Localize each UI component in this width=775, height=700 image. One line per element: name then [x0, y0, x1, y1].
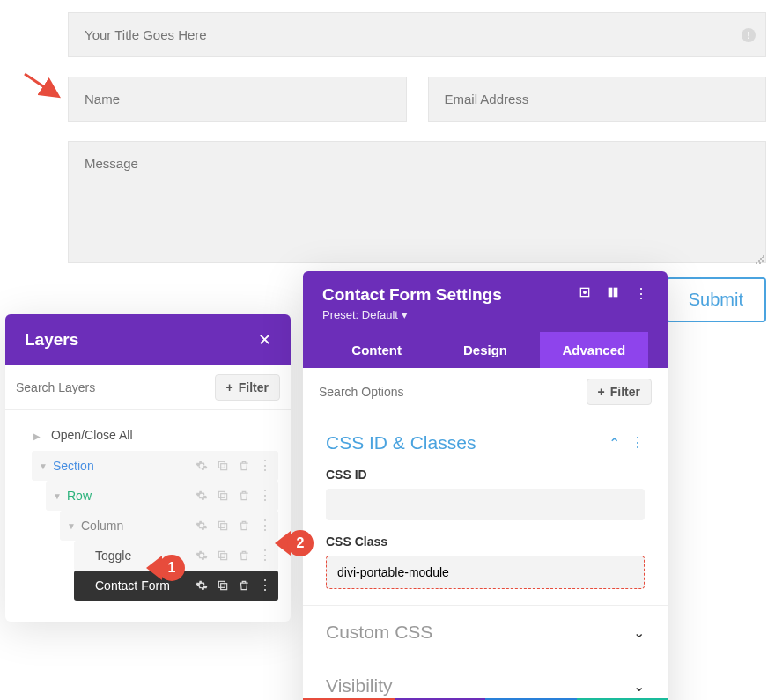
svg-rect-5 [221, 524, 227, 530]
settings-filter-button[interactable]: + Filter [587, 379, 652, 405]
svg-rect-8 [218, 551, 225, 557]
svg-rect-7 [221, 554, 227, 560]
svg-rect-10 [218, 581, 225, 587]
name-field[interactable] [68, 77, 407, 122]
plus-icon: + [598, 385, 605, 399]
custom-css-section[interactable]: Custom CSS ⌄ [303, 606, 668, 659]
title-field[interactable] [68, 12, 766, 57]
gear-icon[interactable] [196, 490, 208, 502]
layers-title: Layers [25, 330, 78, 350]
css-id-label: CSS ID [326, 468, 645, 482]
svg-rect-13 [609, 288, 613, 298]
css-id-classes-section: CSS ID & Classes ⌃ CSS ID CSS Class [303, 416, 668, 606]
duplicate-icon[interactable] [217, 579, 229, 592]
settings-title: Contact Form Settings [322, 285, 502, 305]
tree-label: Column [81, 519, 196, 533]
chevron-down-icon: ▼ [53, 491, 62, 501]
expand-icon[interactable] [578, 285, 592, 303]
resize-handle-icon[interactable] [755, 255, 764, 264]
plus-icon: + [226, 380, 233, 394]
more-icon[interactable] [631, 435, 645, 451]
open-close-all[interactable]: ▶ Open/Close All [12, 419, 284, 451]
section-title: Visibility [326, 675, 392, 696]
callout-1: 1 [146, 555, 185, 581]
tab-advanced[interactable]: Advanced [540, 332, 648, 368]
svg-rect-6 [218, 521, 225, 527]
svg-rect-1 [221, 464, 227, 470]
preset-selector[interactable]: Preset: Default ▾ [322, 308, 648, 321]
trash-icon[interactable] [238, 490, 250, 502]
svg-rect-9 [221, 584, 227, 590]
message-field[interactable] [68, 141, 766, 263]
css-id-input[interactable] [326, 489, 645, 520]
duplicate-icon[interactable] [217, 519, 229, 532]
chevron-up-icon[interactable]: ⌃ [609, 435, 620, 452]
duplicate-icon[interactable] [217, 460, 229, 472]
svg-rect-3 [221, 494, 227, 500]
more-icon[interactable] [259, 524, 271, 527]
section-title: Custom CSS [326, 622, 432, 643]
svg-rect-2 [218, 461, 225, 468]
info-icon: ! [742, 28, 756, 42]
more-icon[interactable] [634, 286, 648, 302]
trash-icon[interactable] [238, 519, 250, 532]
tree-label: Section [53, 459, 196, 473]
filter-label: Filter [239, 380, 269, 394]
more-icon[interactable] [259, 554, 271, 557]
tree-row-row[interactable]: ▼ Row [46, 481, 278, 511]
annotation-arrow-icon [21, 70, 65, 106]
section-title: CSS ID & Classes [326, 432, 476, 453]
css-class-input[interactable] [326, 556, 645, 589]
settings-panel: Contact Form Settings Preset: Default ▾ … [303, 271, 668, 700]
tree-row-column[interactable]: ▼ Column [60, 511, 278, 541]
svg-rect-4 [218, 491, 225, 497]
chevron-down-icon: ▼ [39, 461, 48, 471]
callout-2: 2 [275, 530, 314, 556]
visibility-section[interactable]: Visibility ⌄ [303, 659, 668, 698]
email-field[interactable] [428, 77, 767, 122]
svg-point-12 [584, 291, 587, 294]
svg-rect-14 [614, 288, 618, 298]
gear-icon[interactable] [196, 519, 208, 532]
chevron-down-icon[interactable]: ⌄ [633, 678, 645, 695]
settings-search-input[interactable] [319, 385, 587, 399]
duplicate-icon[interactable] [217, 490, 229, 502]
close-icon[interactable]: ✕ [258, 330, 271, 350]
tree-label: Row [67, 489, 196, 503]
svg-line-0 [25, 74, 56, 95]
callout-badge: 2 [287, 530, 314, 556]
trash-icon[interactable] [238, 460, 250, 472]
trash-icon[interactable] [238, 579, 250, 592]
tab-design[interactable]: Design [431, 332, 539, 368]
layers-search-input[interactable] [16, 380, 215, 394]
tab-content[interactable]: Content [322, 332, 431, 368]
more-icon[interactable] [259, 494, 271, 497]
css-class-label: CSS Class [326, 534, 645, 549]
gear-icon[interactable] [196, 579, 208, 592]
trash-icon[interactable] [238, 549, 250, 562]
chevron-down-icon[interactable]: ⌄ [633, 624, 645, 641]
duplicate-icon[interactable] [217, 549, 229, 562]
gear-icon[interactable] [196, 549, 208, 562]
filter-label: Filter [610, 385, 640, 399]
submit-button[interactable]: Submit [666, 277, 766, 322]
gear-icon[interactable] [196, 460, 208, 472]
columns-icon[interactable] [606, 285, 620, 303]
more-icon[interactable] [259, 584, 271, 587]
chevron-down-icon: ▼ [67, 521, 76, 531]
more-icon[interactable] [259, 464, 271, 468]
callout-badge: 1 [159, 555, 185, 581]
layers-filter-button[interactable]: + Filter [215, 374, 280, 401]
tree-row-section[interactable]: ▼ Section [32, 451, 278, 481]
